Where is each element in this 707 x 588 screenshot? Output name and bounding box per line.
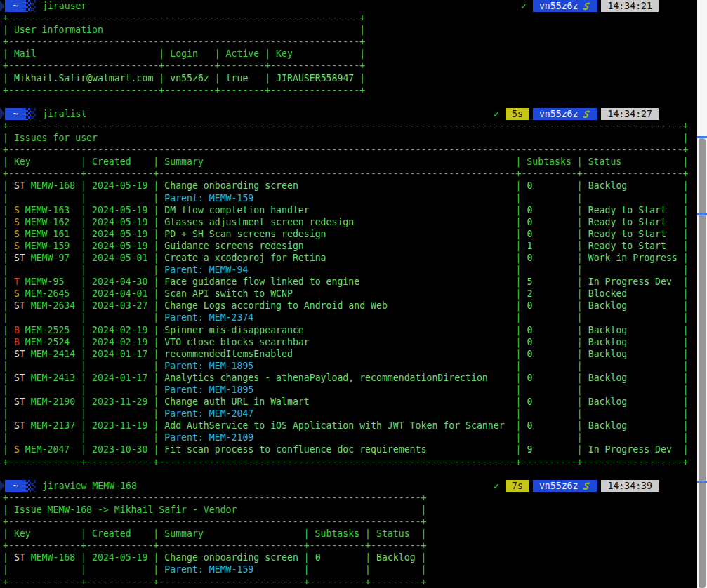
table-border: +-------------+------------+------------… xyxy=(0,576,697,588)
table-row: | ST MEM-2190 | 2023-11-29 | Change auth… xyxy=(0,396,697,408)
prompt-fade-decoration xyxy=(26,0,31,12)
table-parent-row: | | | Parent: MEM-1895 | | | xyxy=(0,360,697,372)
table-parent-row: | | | Parent: MEM-1895 | | | xyxy=(0,384,697,396)
table-row: | ST MEMW-168 | 2024-05-19 | Change onbo… xyxy=(0,180,697,192)
table-border: +-------------+------------+------------… xyxy=(0,540,697,552)
prompt-fade-decoration xyxy=(31,480,36,492)
table-parent-row: | | | Parent: MEM-2047 | | | xyxy=(0,408,697,420)
table-row: | ST MEMW-168 | 2024-05-19 | Change onbo… xyxy=(0,552,697,563)
table-row: | Mikhail.Safir@walmart.com | vn55z6z | … xyxy=(0,72,697,84)
user-chip: vn55z6z xyxy=(533,108,598,120)
table-row: | S MEMW-159 | 2024-05-19 | Guidance scr… xyxy=(0,240,697,252)
terminal-content: ~jirauser✓vn55z6z14:34:21+--------------… xyxy=(0,0,697,588)
table-border: +---------------------------+---------+-… xyxy=(0,60,697,72)
prompt-line: ~jiraview MEMW-168✓7svn55z6z14:34:39 xyxy=(0,480,697,492)
table-title: | Issue MEMW-168 -> Mikhail Safir - Vend… xyxy=(0,504,697,516)
cwd-chip: ~ xyxy=(5,480,26,492)
scrollbar[interactable] xyxy=(697,0,707,588)
table-border: +-------------+------------+------------… xyxy=(0,168,697,180)
table-row: | B MEM-2525 | 2024-02-19 | Spinner mis-… xyxy=(0,324,697,336)
duration-chip: 5s xyxy=(506,108,529,120)
table-header-row: | Key | Created | Summary | Subtasks | S… xyxy=(0,528,697,540)
table-title: | Issues for user | xyxy=(0,132,697,144)
table-row: | ST MEM-2414 | 2024-01-17 | recommended… xyxy=(0,348,697,360)
table-row: | B MEM-2524 | 2024-02-19 | VTO close bl… xyxy=(0,336,697,348)
table-border: +---------------------------------------… xyxy=(0,36,697,48)
prompt-arrow-icon xyxy=(0,1,5,12)
table-row: | T MEMW-95 | 2024-04-30 | Face guidance… xyxy=(0,276,697,288)
time-chip: 14:34:21 xyxy=(601,0,659,12)
success-check-icon: ✓ xyxy=(521,0,527,12)
table-header-row: | Mail | Login | Active | Key | xyxy=(0,48,697,60)
command-text: jiralist xyxy=(42,108,87,120)
prompt-arrow-icon xyxy=(0,480,5,491)
prompt-fade-decoration xyxy=(26,480,31,492)
prompt-fade-decoration xyxy=(31,0,36,12)
time-chip: 14:34:39 xyxy=(601,480,659,492)
success-check-icon: ✓ xyxy=(494,480,499,492)
command-text: jirauser xyxy=(42,0,87,12)
prompt-fade-decoration xyxy=(31,108,36,120)
table-border: +---------------------------------------… xyxy=(0,144,697,156)
success-check-icon: ✓ xyxy=(494,108,499,120)
scrollbar-command-mark xyxy=(697,136,707,138)
user-chip: vn55z6z xyxy=(533,480,598,492)
command-text: jiraview MEMW-168 xyxy=(42,480,137,492)
table-border: +---------------------------------------… xyxy=(0,492,697,504)
table-row: | S MEM-2645 | 2024-04-01 | Scan API swi… xyxy=(0,288,697,300)
python-icon xyxy=(582,481,591,490)
blank-line xyxy=(0,468,697,480)
blank-line xyxy=(0,96,697,108)
table-border: +-------------+------------+------------… xyxy=(0,456,697,468)
scrollbar-command-mark xyxy=(697,481,707,483)
table-parent-row: | | | Parent: MEMW-159 | | | xyxy=(0,563,697,575)
table-parent-row: | | | Parent: MEM-2374 | | | xyxy=(0,312,697,323)
table-title: | User information | xyxy=(0,24,697,36)
prompt-fade-decoration xyxy=(26,108,31,120)
table-row: | ST MEM-2137 | 2023-11-19 | Add AuthSer… xyxy=(0,420,697,432)
user-chip: vn55z6z xyxy=(533,0,598,12)
prompt-line: ~jiralist✓5svn55z6z14:34:27 xyxy=(0,108,697,120)
scrollbar-command-mark xyxy=(697,213,707,215)
table-parent-row: | | | Parent: MEM-2109 | | | xyxy=(0,432,697,443)
scrollbar-thumb[interactable] xyxy=(699,138,706,588)
table-header-row: | Key | Created | Summary | Subtasks | S… xyxy=(0,156,697,168)
cwd-chip: ~ xyxy=(5,0,26,12)
table-parent-row: | | | Parent: MEMW-94 | | | xyxy=(0,264,697,276)
table-row: | S MEMW-163 | 2024-05-19 | DM flow comp… xyxy=(0,204,697,216)
python-icon xyxy=(582,109,591,119)
table-border: +---------------------------------------… xyxy=(0,516,697,528)
table-row: | ST MEM-2634 | 2024-03-27 | Change Logs… xyxy=(0,300,697,312)
table-border: +---------------------------------------… xyxy=(0,120,697,132)
table-border: +---------------------------------------… xyxy=(0,12,697,24)
prompt-arrow-icon xyxy=(0,108,5,119)
table-row: | S MEMW-162 | 2024-05-19 | Glasses adju… xyxy=(0,216,697,228)
table-border: +---------------------------+---------+-… xyxy=(0,84,697,96)
cwd-chip: ~ xyxy=(5,108,26,120)
prompt-line: ~jirauser✓vn55z6z14:34:21 xyxy=(0,0,697,12)
table-row: | ST MEM-2413 | 2024-01-17 | Analytics c… xyxy=(0,372,697,384)
table-row: | S MEM-2047 | 2023-10-30 | Fit scan pro… xyxy=(0,443,697,455)
time-chip: 14:34:27 xyxy=(601,108,659,120)
table-row: | S MEMW-161 | 2024-05-19 | PD + SH Scan… xyxy=(0,228,697,240)
terminal-window: ~jirauser✓vn55z6z14:34:21+--------------… xyxy=(0,0,707,588)
table-parent-row: | | | Parent: MEMW-159 | | | xyxy=(0,192,697,204)
table-row: | ST MEMW-97 | 2024-05-01 | Create a xco… xyxy=(0,252,697,264)
python-icon xyxy=(582,1,591,11)
duration-chip: 7s xyxy=(506,480,529,492)
